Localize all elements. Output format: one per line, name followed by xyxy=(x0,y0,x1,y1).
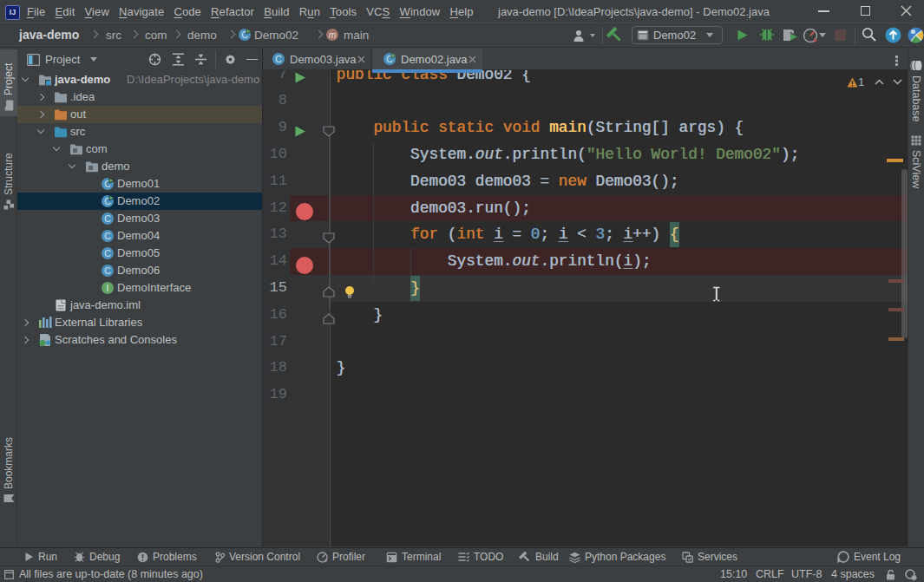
svg-text:C: C xyxy=(275,54,282,64)
svg-text:C: C xyxy=(104,213,111,224)
svg-text:I: I xyxy=(107,283,109,293)
svg-text:C: C xyxy=(104,248,111,258)
svg-text:m: m xyxy=(329,29,337,40)
svg-text:C: C xyxy=(104,265,111,276)
svg-text:C: C xyxy=(104,231,111,241)
